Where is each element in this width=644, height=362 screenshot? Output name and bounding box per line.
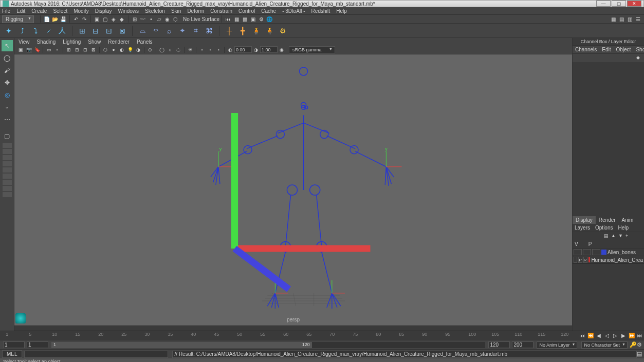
menu-edit[interactable]: Edit xyxy=(16,8,25,14)
layout-4-icon[interactable] xyxy=(3,161,12,166)
gamma-value[interactable] xyxy=(260,46,278,53)
lights-icon[interactable]: 💡 xyxy=(126,46,134,53)
render2-icon[interactable]: ▩ xyxy=(241,15,248,23)
view-transform-icon[interactable]: ◉ xyxy=(278,46,285,53)
menu-display[interactable]: Display xyxy=(95,8,112,14)
shelf-deform1-icon[interactable]: ⌓ xyxy=(137,25,148,36)
history-icon[interactable]: ⏮ xyxy=(225,15,232,23)
make-live-icon[interactable]: ⬡ xyxy=(172,15,179,23)
render-icon[interactable]: ▦ xyxy=(233,15,240,23)
menu-select[interactable]: Select xyxy=(53,8,67,14)
textured-icon[interactable]: ◐ xyxy=(118,46,125,53)
panel-shading[interactable]: Shading xyxy=(37,39,56,45)
select-tool-icon[interactable]: ↖ xyxy=(2,40,13,51)
shelf-ik-icon[interactable]: ⤴ xyxy=(16,25,28,36)
xray3-icon[interactable]: ◌ xyxy=(175,46,182,53)
snap-live-icon[interactable]: ◉ xyxy=(164,15,171,23)
range-end-field[interactable] xyxy=(512,341,533,348)
layout-single-icon[interactable]: ▢ xyxy=(2,130,13,142)
menu-windows[interactable]: Windows xyxy=(118,8,139,14)
layer-tab-render[interactable]: Render xyxy=(596,216,619,224)
exposure-icon[interactable]: ◐ xyxy=(227,46,234,53)
script-lang-dropdown[interactable]: MEL xyxy=(2,350,22,358)
xray2-icon[interactable]: ○ xyxy=(167,46,174,53)
colorspace-dropdown[interactable]: sRGB gamma xyxy=(289,46,335,53)
layer-p-toggle[interactable] xyxy=(583,249,591,255)
script-editor-icon[interactable]: ▤ xyxy=(637,351,642,357)
layout-3-icon[interactable] xyxy=(3,155,12,160)
shelf-bind2-icon[interactable]: ⊟ xyxy=(90,25,101,36)
panel-lighting[interactable]: Lighting xyxy=(63,39,81,45)
render-settings-icon[interactable]: ⚙ xyxy=(257,15,265,23)
range-track[interactable]: 1 120 xyxy=(51,342,485,348)
viewport-hscroll[interactable] xyxy=(14,326,572,331)
paint-tool-icon[interactable]: 🖌 xyxy=(2,65,13,76)
menu-file[interactable]: File xyxy=(2,8,10,14)
layout-2h-icon[interactable] xyxy=(3,143,12,148)
shelf-ik2-icon[interactable]: ⤵ xyxy=(30,25,41,36)
film-icon[interactable]: ⊟ xyxy=(73,46,81,53)
layout-graph-icon[interactable] xyxy=(3,180,12,185)
menu-skeleton[interactable]: Skeleton xyxy=(145,8,165,14)
panel-show[interactable]: Show xyxy=(88,39,101,45)
shelf-human2-icon[interactable]: 🧍 xyxy=(264,25,275,36)
cb-tab-show[interactable]: Show xyxy=(633,46,644,53)
layer-vis-toggle[interactable] xyxy=(574,257,577,263)
v1-icon[interactable]: ▫ xyxy=(198,46,206,53)
anim-layer-dropdown[interactable]: No Anim Layer xyxy=(537,341,577,349)
expose-icon[interactable]: ☀ xyxy=(187,46,194,53)
prefs-icon[interactable]: ⚙ xyxy=(637,341,642,348)
lasso-tool-icon[interactable]: ◯ xyxy=(2,52,13,64)
layer-r-toggle[interactable] xyxy=(592,249,600,255)
layout-custom-icon[interactable] xyxy=(3,192,12,197)
snap-curve-icon[interactable]: 〰 xyxy=(139,15,146,23)
gate-icon[interactable]: ⊡ xyxy=(82,46,89,53)
menu-help[interactable]: Help xyxy=(336,8,347,14)
layer-menu-help[interactable]: Help xyxy=(618,225,629,231)
panel-panels[interactable]: Panels xyxy=(137,39,153,45)
shelf-ik4-icon[interactable]: 人 xyxy=(57,25,68,36)
snap-plane-icon[interactable]: ▱ xyxy=(156,15,163,23)
play-back-icon[interactable]: ◁ xyxy=(603,332,611,339)
panel-layout1-icon[interactable]: ▦ xyxy=(610,15,617,23)
panel-layout4-icon[interactable]: ☰ xyxy=(634,15,641,23)
save-scene-icon[interactable]: 💾 xyxy=(60,15,67,23)
range-start-field[interactable] xyxy=(3,341,25,348)
time-slider[interactable]: 1510152025303540455055606570758085909510… xyxy=(0,331,644,340)
layer-up-icon[interactable]: ▲ xyxy=(611,233,617,239)
play-forward-icon[interactable]: ▷ xyxy=(612,332,619,339)
shelf-constraint1-icon[interactable]: ┼ xyxy=(224,25,235,36)
shelf-bind-icon[interactable]: ⊞ xyxy=(77,25,88,36)
panel-layout2-icon[interactable]: ▤ xyxy=(618,15,625,23)
layer-menu-options[interactable]: Options xyxy=(595,225,613,231)
snap-grid-icon[interactable]: ⊞ xyxy=(131,15,138,23)
menu-create[interactable]: Create xyxy=(31,8,47,14)
shelf-deform5-icon[interactable]: ⌗ xyxy=(190,25,201,36)
undo-icon[interactable]: ↶ xyxy=(72,15,80,23)
command-input[interactable] xyxy=(24,351,168,358)
cb-tab-edit[interactable]: Edit xyxy=(599,46,613,53)
layer-name[interactable]: Humanoid_Alien_Crea xyxy=(591,257,643,263)
gamma-icon[interactable]: ◑ xyxy=(252,46,260,53)
isolate-icon[interactable]: ⊙ xyxy=(146,46,154,53)
menu-redshift[interactable]: Redshift xyxy=(311,8,330,14)
layout-2v-icon[interactable] xyxy=(3,149,12,154)
snap-point-icon[interactable]: • xyxy=(148,15,155,23)
cb-tab-channels[interactable]: Channels xyxy=(573,46,599,53)
layer-row[interactable]: P R Humanoid_Alien_Crea xyxy=(573,256,644,264)
exposure-value[interactable] xyxy=(234,46,252,53)
shaded-icon[interactable]: ● xyxy=(110,46,117,53)
layer-name[interactable]: Alien_bones xyxy=(608,250,636,255)
auto-key-icon[interactable]: 🔑 xyxy=(630,341,637,348)
go-start-icon[interactable]: ⏮ xyxy=(579,332,586,339)
layer-vis-toggle[interactable] xyxy=(574,249,582,255)
menu-modify[interactable]: Modify xyxy=(73,8,88,14)
xray-icon[interactable]: ◯ xyxy=(158,46,165,53)
next-key-icon[interactable]: ▶ xyxy=(620,332,627,339)
ipr-icon[interactable]: ▣ xyxy=(249,15,256,23)
layer-new-icon[interactable]: ▤ xyxy=(604,233,610,239)
layer-row[interactable]: Alien_bones xyxy=(573,249,644,256)
shelf-deform4-icon[interactable]: ⌖ xyxy=(177,25,188,36)
step-fwd-icon[interactable]: ⏩ xyxy=(628,332,635,339)
render-globe-icon[interactable]: 🌐 xyxy=(266,15,273,23)
